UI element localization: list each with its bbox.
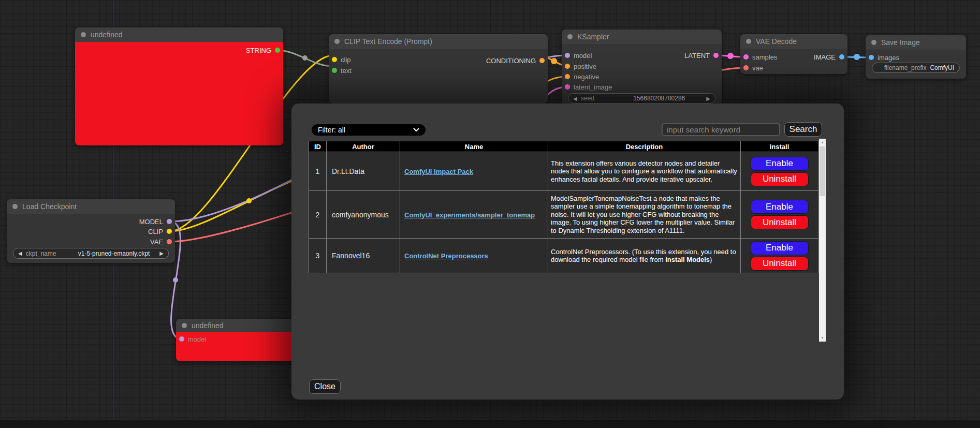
enable-button[interactable]: Enable — [751, 241, 809, 255]
collapse-dot-icon[interactable] — [871, 40, 876, 45]
input-slot-model[interactable]: model — [179, 335, 206, 343]
link-midpoint-dot — [246, 198, 252, 203]
node-save-image[interactable]: Save Image images filename_prefix ComfyU… — [866, 35, 966, 79]
output-pin-icon[interactable] — [167, 239, 172, 244]
extension-link[interactable]: ComfyUI Impact Pack — [404, 168, 473, 175]
enable-button[interactable]: Enable — [751, 200, 809, 214]
output-pin-icon[interactable] — [839, 54, 844, 60]
output-pin-icon[interactable] — [167, 219, 172, 224]
input-pin-icon[interactable] — [743, 65, 749, 70]
node-load-checkpoint[interactable]: Load Checkpoint MODEL CLIP VAE ◀ ckpt_na… — [7, 199, 175, 263]
collapse-dot-icon[interactable] — [567, 34, 573, 39]
collapse-dot-icon[interactable] — [746, 39, 751, 44]
node-title-bar[interactable]: CLIP Text Encode (Prompt) — [329, 34, 548, 49]
extension-manager-dialog: Filter: all Search ID Author Name Descri… — [291, 104, 844, 400]
search-button[interactable]: Search — [784, 122, 822, 137]
filename-prefix-widget[interactable]: filename_prefix ComfyUI — [872, 63, 960, 73]
slot-label: CLIP — [148, 228, 163, 235]
col-header-install: Install — [741, 141, 818, 152]
input-slot-images[interactable]: images — [869, 53, 899, 62]
node-undefined-top[interactable]: undefined STRING — [75, 27, 283, 145]
collapse-dot-icon[interactable] — [334, 39, 340, 44]
filter-select[interactable]: Filter: all — [312, 124, 426, 136]
input-pin-icon[interactable] — [332, 57, 337, 62]
slot-label: STRING — [246, 47, 271, 54]
input-pin-icon[interactable] — [743, 54, 749, 60]
extension-link[interactable]: ComfyUI_experiments/sampler_tonemap — [404, 211, 535, 219]
output-slot-latent[interactable]: LATENT — [684, 51, 719, 60]
collapse-dot-icon[interactable] — [12, 204, 18, 209]
input-slot-latent-image[interactable]: latent_image — [565, 83, 612, 91]
output-pin-icon[interactable] — [539, 58, 545, 63]
output-pin-icon[interactable] — [275, 48, 280, 53]
input-slot-model[interactable]: model — [565, 51, 592, 60]
extension-link[interactable]: ControlNet Preprocessors — [404, 252, 488, 260]
node-title-bar[interactable]: VAE Decode — [740, 34, 847, 49]
uninstall-button[interactable]: Uninstall — [751, 172, 809, 186]
scroll-down-arrow-icon[interactable]: ▼ — [819, 334, 826, 342]
uninstall-button[interactable]: Uninstall — [751, 257, 809, 271]
node-title: undefined — [192, 321, 224, 330]
increment-arrow-icon[interactable]: ▶ — [706, 96, 710, 101]
seed-widget[interactable]: ◀ seed 156680208700286 ▶ — [568, 93, 715, 104]
widget-value: v1-5-pruned-emaonly.ckpt — [78, 250, 150, 257]
cell-author: Dr.Lt.Data — [327, 152, 400, 191]
input-pin-icon[interactable] — [565, 74, 570, 79]
output-slot-vae[interactable]: VAE — [150, 238, 172, 246]
search-input[interactable] — [662, 123, 780, 136]
link-midpoint-dot — [551, 58, 557, 64]
input-slot-positive[interactable]: positive — [565, 62, 596, 70]
ckpt-name-widget[interactable]: ◀ ckpt_name v1-5-pruned-emaonly.ckpt ▶ — [13, 248, 169, 259]
table-scrollbar[interactable]: ▲ ▼ — [819, 139, 826, 342]
input-pin-icon[interactable] — [179, 336, 184, 342]
uninstall-button[interactable]: Uninstall — [751, 215, 809, 229]
node-ksampler[interactable]: KSampler model positive negative latent_… — [562, 29, 722, 107]
input-slot-samples[interactable]: samples — [743, 53, 777, 61]
node-title-bar[interactable]: Save Image — [866, 35, 966, 50]
node-vae-decode[interactable]: VAE Decode samples vae IMAGE — [740, 34, 847, 74]
slot-label: latent_image — [574, 83, 612, 91]
slot-label: positive — [574, 63, 596, 70]
node-title-bar[interactable]: KSampler — [562, 29, 722, 44]
next-arrow-icon[interactable]: ▶ — [159, 250, 164, 256]
link-midpoint-dot — [173, 277, 178, 283]
table-row: 2 comfyanonymous ComfyUI_experiments/sam… — [309, 191, 818, 239]
collapse-dot-icon[interactable] — [81, 32, 86, 37]
close-button[interactable]: Close — [309, 379, 341, 394]
previous-arrow-icon[interactable]: ◀ — [18, 250, 22, 256]
input-pin-icon[interactable] — [565, 64, 570, 69]
node-title-bar[interactable]: Load Checkpoint — [7, 199, 175, 214]
output-slot-conditioning[interactable]: CONDITIONING — [486, 56, 545, 65]
input-pin-icon[interactable] — [565, 53, 570, 58]
output-pin-icon[interactable] — [713, 53, 719, 58]
comfyui-canvas[interactable]: undefined STRING CLIP Text Encode (Promp… — [0, 0, 980, 428]
scrollbar-thumb[interactable] — [820, 146, 825, 196]
output-pin-icon[interactable] — [167, 229, 172, 234]
cell-description: This extension offers various detector n… — [548, 152, 741, 191]
scroll-up-arrow-icon[interactable]: ▲ — [819, 139, 826, 146]
node-body: MODEL CLIP VAE ◀ ckpt_name v1-5-pruned-e… — [7, 214, 175, 263]
input-slot-text[interactable]: text — [332, 66, 352, 75]
input-slot-vae[interactable]: vae — [743, 64, 763, 72]
output-slot-image[interactable]: IMAGE — [814, 53, 844, 61]
node-clip-text-encode[interactable]: CLIP Text Encode (Prompt) clip text COND… — [329, 34, 548, 104]
output-slot-string[interactable]: STRING — [246, 46, 280, 54]
input-pin-icon[interactable] — [332, 68, 337, 73]
input-pin-icon[interactable] — [565, 84, 570, 90]
output-slot-model[interactable]: MODEL — [139, 217, 172, 226]
node-title-bar[interactable]: undefined — [75, 27, 283, 42]
collapse-dot-icon[interactable] — [182, 323, 187, 328]
slot-label: MODEL — [139, 218, 163, 226]
input-slot-clip[interactable]: clip — [332, 55, 351, 64]
chevron-down-icon — [413, 128, 419, 132]
enable-button[interactable]: Enable — [751, 157, 809, 171]
link-midpoint-dot — [854, 54, 860, 60]
input-slot-negative[interactable]: negative — [565, 72, 599, 81]
node-title: Load Checkpoint — [22, 202, 77, 211]
output-slot-clip[interactable]: CLIP — [148, 227, 172, 235]
node-title: undefined — [91, 31, 123, 39]
input-pin-icon[interactable] — [869, 55, 874, 60]
slot-label: clip — [341, 56, 351, 64]
decrement-arrow-icon[interactable]: ◀ — [573, 96, 577, 101]
node-body: samples vae IMAGE — [740, 49, 847, 74]
